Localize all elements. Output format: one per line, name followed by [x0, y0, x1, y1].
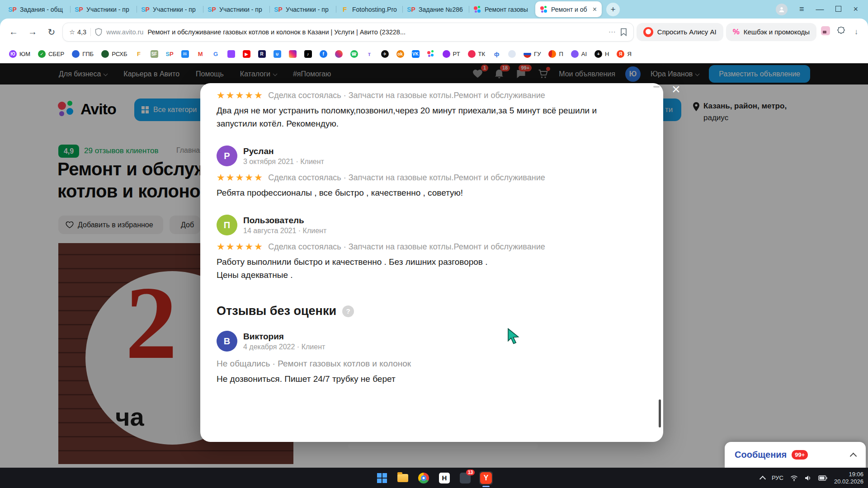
- browser-tab[interactable]: FFotohosting.Pro: [336, 0, 402, 19]
- bookmark-item[interactable]: РТ: [443, 50, 460, 58]
- screenshot-button[interactable]: [819, 26, 832, 38]
- tab-title: Задания - общ: [20, 6, 65, 13]
- review-text: Два дня не мог устранить поломку,позвони…: [217, 104, 645, 117]
- h-app-button[interactable]: H: [438, 471, 451, 485]
- browser-tab[interactable]: SPУчастники - пр: [203, 0, 269, 19]
- language-indicator[interactable]: РУС: [772, 474, 783, 481]
- bookmark-item[interactable]: т: [366, 50, 373, 58]
- messages-widget-badge: 99+: [792, 450, 808, 460]
- bookmark-item[interactable]: AI: [571, 50, 587, 58]
- modal-scrollbar[interactable]: [659, 399, 661, 427]
- chrome-button[interactable]: [417, 471, 430, 485]
- address-bar[interactable]: ☆ 4,3 www.avito.ru Ремонт и обслуживание…: [62, 23, 634, 42]
- bookmark-item[interactable]: ЯЯ: [617, 50, 631, 58]
- site-security-icon[interactable]: [95, 28, 102, 36]
- browser-tab[interactable]: SPУчастники - пр: [137, 0, 203, 19]
- bookmark-icon[interactable]: [620, 28, 627, 36]
- bookmark-favicon: [571, 50, 579, 58]
- bookmark-item[interactable]: SP: [166, 50, 174, 58]
- bookmark-item[interactable]: ♪: [304, 50, 312, 58]
- bookmark-item[interactable]: ✈: [381, 50, 389, 58]
- section-heading-row: Отзывы без оценки ?: [217, 304, 645, 318]
- sp-favicon: SP: [407, 5, 415, 13]
- bookmark-item[interactable]: SF: [151, 50, 158, 58]
- review-text: запустили котёл. Рекомендую.: [217, 117, 645, 130]
- browser-tab-active[interactable]: Ремонт и об×: [535, 1, 602, 17]
- bookmark-item[interactable]: РСХБ: [101, 50, 127, 58]
- bookmark-item[interactable]: ✉: [181, 50, 189, 58]
- bookmark-item[interactable]: [289, 50, 297, 58]
- bookmark-item[interactable]: ГПБ: [72, 50, 94, 58]
- messenger-app-button[interactable]: 13: [458, 471, 472, 485]
- help-icon[interactable]: ?: [342, 305, 354, 317]
- review-author-name: Виктория: [243, 332, 325, 342]
- reviews-modal: ★★★★★ Сделка состоялась · Запчасти на га…: [200, 83, 663, 442]
- window-close-button[interactable]: ×: [853, 5, 858, 14]
- bookmark-item[interactable]: F: [135, 50, 143, 58]
- browser-tab[interactable]: SPУчастники - пр: [70, 0, 137, 19]
- bookmarks-strip: ЮЮМ✓СБЕРГПБРСХБFSFSP✉MG▶R∪♪f☎т✈okVKРТТКф…: [9, 50, 632, 58]
- forward-button[interactable]: →: [24, 27, 41, 37]
- wifi-icon[interactable]: [790, 475, 798, 481]
- browser-tab[interactable]: SPЗадания - общ: [4, 0, 70, 19]
- ask-alice-button[interactable]: Спросить Алису AI: [637, 23, 723, 41]
- star-rating-icon: ★★★★★: [217, 173, 264, 183]
- bookmark-item[interactable]: f: [320, 50, 327, 58]
- browser-profile-avatar[interactable]: [776, 4, 788, 15]
- browser-menu-button[interactable]: ≡: [799, 5, 804, 14]
- bookmark-item[interactable]: ▶: [243, 50, 250, 58]
- browser-tab-bar: SPЗадания - общSPУчастники - прSPУчастни…: [0, 0, 868, 19]
- file-explorer-button[interactable]: [396, 471, 410, 485]
- yandex-browser-button[interactable]: Y: [479, 471, 493, 485]
- speaker-icon[interactable]: [805, 475, 811, 481]
- windows-icon: [377, 473, 387, 483]
- bookmark-item[interactable]: ☎: [350, 50, 358, 58]
- bookmark-item[interactable]: ф: [493, 50, 500, 58]
- messages-widget[interactable]: Сообщения 99+: [725, 442, 866, 468]
- back-button[interactable]: ←: [5, 27, 22, 37]
- address-bar-more-icon[interactable]: ⋯: [609, 28, 616, 36]
- tab-close-icon[interactable]: ×: [592, 5, 597, 14]
- clock-time: 19:06: [849, 471, 863, 478]
- browser-tab[interactable]: SPЗадание №286: [402, 0, 469, 19]
- bookmark-item[interactable]: [335, 50, 343, 58]
- bookmark-item[interactable]: ✓СБЕР: [38, 50, 64, 58]
- bookmark-item[interactable]: ГУ: [524, 50, 541, 58]
- new-tab-button[interactable]: +: [606, 3, 620, 16]
- yandex-browser-icon: Y: [480, 472, 492, 484]
- bookmark-favicon: +: [594, 50, 602, 58]
- bookmark-item[interactable]: [427, 50, 435, 58]
- site-url[interactable]: www.avito.ru: [106, 28, 143, 36]
- reload-button[interactable]: ↻: [43, 27, 60, 38]
- bookmark-item[interactable]: ТК: [468, 50, 486, 58]
- bookmark-item[interactable]: VK: [412, 50, 420, 58]
- bookmark-favicon: ▶: [243, 50, 250, 58]
- extensions-button[interactable]: [835, 27, 847, 38]
- chevron-up-icon[interactable]: [850, 453, 857, 460]
- site-rating-chip[interactable]: ☆ 4,3: [69, 28, 86, 36]
- bookmark-favicon: ♪: [304, 50, 312, 58]
- bookmark-item[interactable]: R: [258, 50, 266, 58]
- bookmark-item[interactable]: +Н: [594, 50, 609, 58]
- tray-chevron-icon[interactable]: [760, 476, 766, 482]
- clock[interactable]: 19:06 20.02.2026: [834, 471, 863, 485]
- window-restore-button[interactable]: [835, 5, 841, 14]
- browser-tab[interactable]: SPУчастники - пр: [269, 0, 336, 19]
- bookmark-favicon: SF: [151, 50, 158, 58]
- bookmark-item[interactable]: ЮЮМ: [9, 50, 30, 58]
- bookmark-item[interactable]: G: [212, 50, 220, 58]
- modal-close-button[interactable]: ×: [672, 82, 680, 96]
- bookmark-item[interactable]: ok: [396, 50, 404, 58]
- window-minimize-button[interactable]: —: [816, 5, 824, 14]
- bookmark-item[interactable]: [508, 50, 516, 58]
- taskbar-tray: РУС 19:06 20.02.2026: [760, 468, 863, 488]
- downloads-button[interactable]: ↓: [850, 28, 863, 37]
- bookmark-item[interactable]: M: [197, 50, 204, 58]
- bookmark-item[interactable]: [227, 50, 235, 58]
- cashback-button[interactable]: % Кешбэк и промокоды: [726, 23, 816, 41]
- battery-icon[interactable]: [818, 475, 827, 481]
- bookmark-item[interactable]: ∪: [274, 50, 281, 58]
- start-button[interactable]: [375, 471, 389, 485]
- browser-tab[interactable]: Ремонт газовы: [469, 0, 535, 19]
- bookmark-item[interactable]: П: [548, 50, 563, 58]
